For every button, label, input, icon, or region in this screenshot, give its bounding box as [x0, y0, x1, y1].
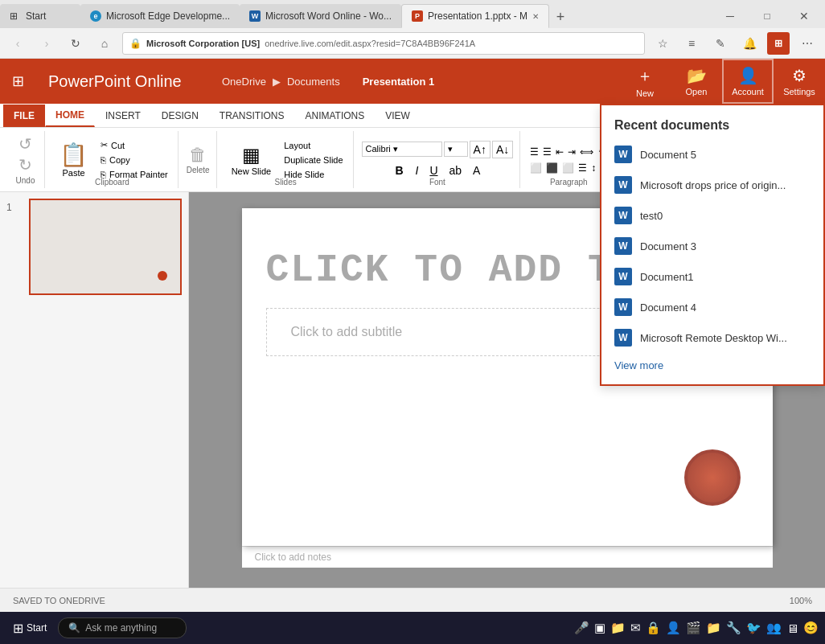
minimize-button[interactable]: ─	[712, 4, 748, 28]
underline-button[interactable]: U	[425, 162, 442, 178]
hub-button[interactable]: ≡	[680, 32, 703, 55]
tab-ppt-close[interactable]: ✕	[532, 12, 539, 21]
taskbar-people-icon[interactable]: 👥	[766, 621, 782, 635]
new-tab-button[interactable]: +	[549, 6, 572, 28]
taskbar-folder-icon[interactable]: 📁	[706, 621, 721, 635]
undo-group-label: Undo	[16, 176, 35, 185]
taskbar-twitter-icon[interactable]: 🐦	[746, 621, 761, 635]
action-new-button[interactable]: ＋ New	[619, 59, 671, 104]
slide-dot	[158, 271, 167, 281]
refresh-button[interactable]: ↻	[64, 32, 87, 55]
ribbon-tab-view[interactable]: VIEW	[375, 105, 421, 127]
taskbar-search[interactable]: 🔍 Ask me anything	[58, 617, 187, 638]
ms-button[interactable]: ⊞	[767, 32, 790, 55]
paste-button[interactable]: 📋 Paste	[53, 138, 94, 181]
redo-button[interactable]: ↻	[18, 155, 32, 174]
documents-link[interactable]: Documents	[287, 76, 340, 88]
action-open-button[interactable]: 📂 Open	[671, 59, 722, 104]
slide-thumbnail-1[interactable]: 1	[6, 199, 182, 295]
bullets-button[interactable]: ☰	[528, 145, 540, 159]
bold-button[interactable]: B	[389, 162, 408, 179]
notification-button[interactable]: 🔔	[738, 32, 761, 55]
align-center-button[interactable]: ⬛	[544, 161, 560, 175]
tab-edge[interactable]: e Microsoft Edge Developme...	[80, 4, 240, 28]
word-icon-1: W	[614, 176, 632, 194]
cut-button[interactable]: ✂Cut	[97, 138, 171, 152]
align-left-button[interactable]: ⬜	[528, 161, 544, 175]
increase-indent-button[interactable]: ⇥	[566, 145, 577, 159]
tab-ppt[interactable]: P Presentation 1.pptx - M ✕	[401, 4, 549, 28]
home-button[interactable]: ⌂	[93, 32, 116, 55]
paste-label: Paste	[62, 168, 84, 178]
ppt-header: ⊞ PowerPoint Online OneDrive ▶ Documents…	[0, 59, 825, 104]
bookmark-button[interactable]: ☆	[651, 32, 674, 55]
ppt-tab-icon: P	[412, 10, 423, 22]
ribbon-tab-animations[interactable]: ANIMATIONS	[294, 105, 375, 127]
taskbar-person-icon[interactable]: 👤	[666, 621, 681, 635]
recent-doc-5[interactable]: W Document 4	[601, 292, 823, 322]
taskbar-lock-icon[interactable]: 🔒	[646, 621, 661, 635]
font-size-selector[interactable]: ▾	[444, 142, 468, 157]
waffle-button[interactable]: ⊞	[0, 59, 35, 104]
view-more-link[interactable]: View more	[614, 359, 663, 371]
action-account-button[interactable]: 👤 Account	[722, 59, 774, 104]
recent-doc-4[interactable]: W Document1	[601, 261, 823, 292]
taskbar-mic-icon[interactable]: 🎤	[574, 621, 589, 635]
undo-button[interactable]: ↺	[18, 134, 32, 154]
line-spacing-button[interactable]: ↕	[589, 161, 597, 175]
taskbar-mail-icon[interactable]: ✉	[630, 621, 641, 635]
tab-word[interactable]: W Microsoft Word Online - Wo...	[240, 4, 401, 28]
ribbon-tab-insert[interactable]: INSERT	[95, 105, 151, 127]
slide-notes[interactable]: Click to add notes	[242, 546, 773, 568]
recent-doc-2[interactable]: W test0	[601, 200, 823, 231]
more-button[interactable]: ⋯	[796, 32, 819, 55]
start-button[interactable]: ⊞ Start	[6, 621, 53, 636]
word-icon-4: W	[614, 268, 632, 285]
taskbar-settings-icon[interactable]: 🔧	[726, 621, 741, 635]
recent-doc-3[interactable]: W Document 3	[601, 231, 823, 261]
ribbon-tab-file[interactable]: FILE	[3, 105, 45, 127]
taskbar-desktop-icon[interactable]: 🖥	[786, 621, 798, 635]
taskbar-video-icon[interactable]: 🎬	[686, 621, 701, 635]
ribbon-tab-design[interactable]: DESIGN	[151, 105, 209, 127]
new-slide-button[interactable]: ▦ New Slide	[225, 141, 278, 179]
start-icon: ⊞	[10, 10, 21, 22]
onedrive-link[interactable]: OneDrive	[222, 76, 266, 88]
tab-start[interactable]: ⊞ Start	[0, 4, 80, 28]
italic-button[interactable]: I	[411, 162, 424, 178]
font-color-button[interactable]: A	[468, 162, 485, 178]
word-tab-icon: W	[249, 10, 261, 22]
strikethrough-button[interactable]: ab	[445, 162, 467, 178]
copy-button[interactable]: ⎘Copy	[97, 154, 171, 166]
restore-button[interactable]: □	[749, 4, 785, 28]
justify-button[interactable]: ☰	[577, 161, 589, 175]
font-size-increase[interactable]: A↑	[470, 141, 490, 158]
align-right-button[interactable]: ⬜	[560, 161, 576, 175]
taskbar-task-view-icon[interactable]: ▣	[594, 621, 605, 635]
font-size-decrease[interactable]: A↓	[492, 141, 513, 158]
text-direction-button[interactable]: ⟺	[578, 145, 595, 159]
taskbar-search-label: Ask me anything	[85, 622, 157, 634]
ribbon-tab-transitions[interactable]: TRANSITIONS	[209, 105, 295, 127]
numbering-button[interactable]: ☰	[541, 145, 553, 159]
address-input[interactable]: 🔒 Microsoft Corporation [US] onedrive.li…	[122, 32, 645, 55]
ribbon-group-delete: 🗑 Delete	[180, 131, 217, 188]
close-button[interactable]: ✕	[786, 4, 822, 28]
duplicate-slide-button[interactable]: Duplicate Slide	[281, 154, 346, 166]
clipboard-secondary: ✂Cut ⎘Copy ⎘Format Painter	[97, 138, 171, 181]
forward-button[interactable]: ›	[35, 32, 58, 55]
taskbar-file-explorer-icon[interactable]: 📁	[610, 621, 626, 635]
recent-doc-0[interactable]: W Document 5	[601, 139, 823, 170]
action-settings-button[interactable]: ⚙ Settings	[774, 59, 825, 104]
decrease-indent-button[interactable]: ⇤	[554, 145, 565, 159]
font-family-selector[interactable]: Calibri ▾	[362, 142, 442, 157]
recent-doc-1[interactable]: W Microsoft drops price of origin...	[601, 170, 823, 200]
recent-doc-6[interactable]: W Microsoft Remote Desktop Wi...	[601, 322, 823, 353]
taskbar-emoji-icon[interactable]: 😊	[803, 621, 819, 635]
annotate-button[interactable]: ✎	[709, 32, 732, 55]
ribbon-tab-home[interactable]: HOME	[45, 104, 95, 127]
delete-button[interactable]: 🗑	[189, 145, 207, 166]
back-button[interactable]: ‹	[6, 32, 29, 55]
layout-button[interactable]: Layout	[281, 139, 346, 152]
tab-word-label: Microsoft Word Online - Wo...	[265, 10, 392, 22]
